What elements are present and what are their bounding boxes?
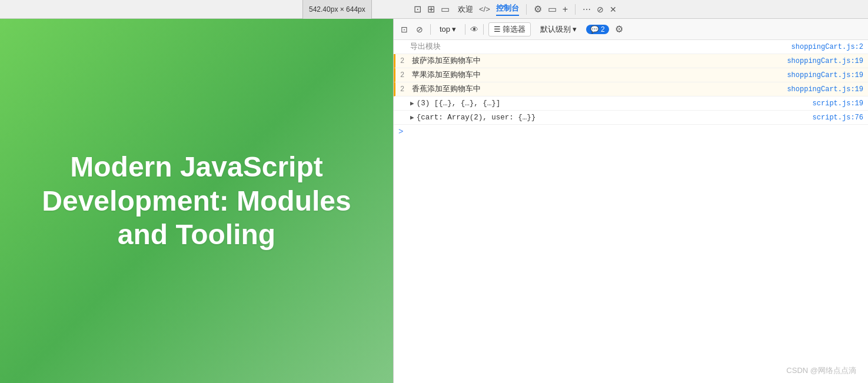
devtools-device-icon[interactable]: ⊞ bbox=[427, 4, 435, 15]
row-text-obj: {cart: Array(2), user: {…}} bbox=[417, 114, 813, 122]
toolbar-sep3 bbox=[483, 24, 484, 35]
close-icon[interactable]: ✕ bbox=[610, 5, 617, 14]
plus-icon[interactable]: + bbox=[563, 4, 568, 15]
filter-icon: ☰ bbox=[494, 25, 501, 34]
devtools-pin-icon[interactable]: ⊡ bbox=[398, 24, 410, 35]
console-area: 导出模块 shoppingCart.js:2 2 披萨添加至购物车中 shopp… bbox=[394, 40, 868, 383]
row-link-banana[interactable]: shoppingCart.js:19 bbox=[787, 85, 863, 94]
context-dropdown-icon: ▾ bbox=[452, 25, 456, 34]
message-count-badge[interactable]: 💬 2 bbox=[586, 25, 609, 34]
help-icon[interactable]: ⊘ bbox=[597, 5, 604, 14]
console-row-apple: 2 苹果添加至购物车中 shoppingCart.js:19 bbox=[394, 68, 868, 82]
console-row-banana: 2 香蕉添加至购物车中 shoppingCart.js:19 bbox=[394, 82, 868, 96]
log-level-label: 默认级别 bbox=[540, 24, 571, 35]
row-link-export[interactable]: shoppingCart.js:2 bbox=[791, 43, 863, 51]
devtools-sidebar-icon[interactable]: ▭ bbox=[441, 4, 450, 15]
code-tab[interactable]: </> bbox=[479, 5, 490, 14]
console-tab-active[interactable]: 控制台 bbox=[496, 3, 519, 16]
expand-array-icon[interactable]: ▶ bbox=[410, 99, 414, 107]
chat-icon: 💬 bbox=[590, 25, 599, 34]
prompt-arrow-icon: > bbox=[398, 127, 403, 136]
devtools-inspect-icon[interactable]: ⊡ bbox=[414, 4, 421, 15]
log-level-selector[interactable]: 默认级别 ▾ bbox=[537, 23, 580, 36]
badge-count: 2 bbox=[601, 25, 605, 34]
row-text-apple: 苹果添加至购物车中 bbox=[412, 70, 787, 80]
eye-icon[interactable]: 👁 bbox=[470, 25, 478, 34]
row-text-pizza: 披萨添加至购物车中 bbox=[412, 56, 787, 66]
devtools-block-icon[interactable]: ⊘ bbox=[414, 24, 425, 35]
row-num-apple: 2 bbox=[400, 71, 408, 79]
row-link-apple[interactable]: shoppingCart.js:19 bbox=[787, 71, 863, 79]
devtools-panel: ⊡ ⊘ top ▾ 👁 ☰ 筛选器 默认级别 ▾ 💬 2 ⚙ bbox=[393, 19, 868, 383]
console-row-array: ▶ (3) [{…}, {…}, {…}] script.js:19 bbox=[394, 96, 868, 111]
row-text-banana: 香蕉添加至购物车中 bbox=[412, 84, 787, 94]
row-num-banana: 2 bbox=[400, 85, 408, 94]
main-layout: Modern JavaScript Development: Modules a… bbox=[0, 19, 868, 383]
console-row-obj: ▶ {cart: Array(2), user: {…}} script.js:… bbox=[394, 111, 868, 125]
context-selector[interactable]: top ▾ bbox=[435, 23, 460, 35]
separator bbox=[526, 4, 527, 15]
row-text-array: (3) [{…}, {…}, {…}] bbox=[417, 99, 813, 108]
browser-top-bar: 542.40px × 644px ⊡ ⊞ ▭ 欢迎 </> 控制台 ⚙ ▭ + … bbox=[0, 0, 868, 19]
console-settings-icon[interactable]: ⚙ bbox=[615, 24, 623, 35]
separator2 bbox=[575, 4, 576, 15]
toolbar-sep1 bbox=[430, 24, 431, 35]
devtools-toolbar: ⊡ ⊘ top ▾ 👁 ☰ 筛选器 默认级别 ▾ 💬 2 ⚙ bbox=[394, 19, 868, 40]
log-level-dropdown-icon: ▾ bbox=[573, 25, 577, 34]
row-text-export: 导出模块 bbox=[410, 42, 791, 52]
row-link-array[interactable]: script.js:19 bbox=[813, 99, 863, 108]
filter-button[interactable]: ☰ 筛选器 bbox=[488, 22, 531, 36]
toolbar-sep2 bbox=[465, 24, 465, 35]
size-badge: 542.40px × 644px bbox=[302, 0, 372, 19]
left-panel: Modern JavaScript Development: Modules a… bbox=[0, 19, 393, 383]
more-options-icon[interactable]: ⋯ bbox=[583, 5, 591, 14]
row-link-obj[interactable]: script.js:76 bbox=[813, 114, 863, 122]
expand-obj-icon[interactable]: ▶ bbox=[410, 114, 414, 121]
course-title: Modern JavaScript Development: Modules a… bbox=[24, 150, 370, 252]
row-link-pizza[interactable]: shoppingCart.js:19 bbox=[787, 57, 863, 65]
console-row-export: 导出模块 shoppingCart.js:2 bbox=[394, 40, 868, 54]
row-num-pizza: 2 bbox=[400, 57, 408, 65]
context-label: top bbox=[440, 25, 450, 34]
welcome-tab[interactable]: 欢迎 bbox=[458, 4, 473, 15]
maximize-icon[interactable]: ▭ bbox=[548, 4, 557, 15]
console-row-pizza: 2 披萨添加至购物车中 shoppingCart.js:19 bbox=[394, 54, 868, 68]
settings-cog-icon[interactable]: ⚙ bbox=[534, 4, 542, 15]
filter-label: 筛选器 bbox=[503, 24, 526, 35]
console-prompt-row[interactable]: > bbox=[394, 125, 868, 139]
